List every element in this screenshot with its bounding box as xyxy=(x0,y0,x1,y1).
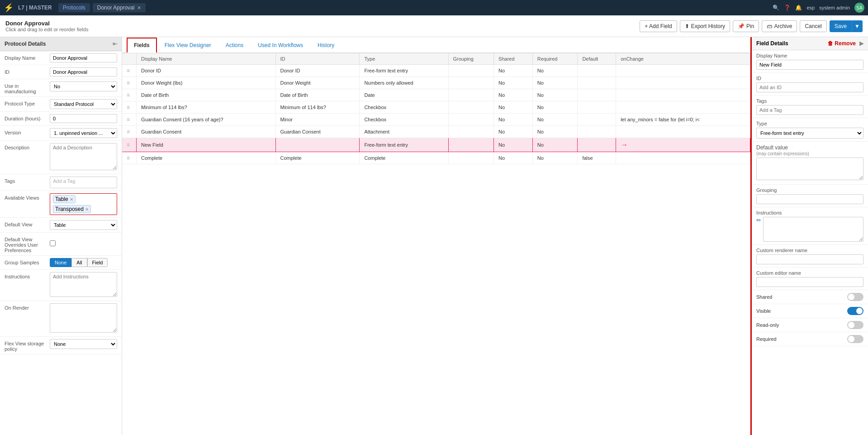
instructions-textarea[interactable] xyxy=(50,272,117,297)
flex-view-storage-select[interactable]: None xyxy=(50,339,117,349)
table-row[interactable]: ≡ Complete Complete Complete No No false xyxy=(122,152,750,164)
use-in-mfg-control: No Yes xyxy=(50,81,117,91)
type-cell: Free-form text entry xyxy=(360,138,448,152)
tab-fields[interactable]: Fields xyxy=(127,38,157,53)
right-default-value-textarea[interactable] xyxy=(756,158,863,180)
right-id-label: ID xyxy=(756,76,863,81)
default-view-row: Default View Table Transposed xyxy=(0,218,122,233)
table-row[interactable]: ≡ Donor Weight (lbs) Donor Weight Number… xyxy=(122,77,750,89)
protocol-type-select[interactable]: Standard Protocol xyxy=(50,99,117,109)
grouping-cell xyxy=(448,126,494,138)
visible-toggle[interactable] xyxy=(847,307,863,315)
description-textarea[interactable] xyxy=(50,143,117,170)
instructions-edit-icon[interactable]: ✏ xyxy=(756,217,761,224)
on-render-control xyxy=(50,303,117,334)
save-button[interactable]: Save xyxy=(830,20,852,32)
tab-flex-view-designer[interactable]: Flex View Designer xyxy=(158,38,218,53)
right-tags-input[interactable] xyxy=(756,105,863,115)
available-views-row: Available Views Table ✕ Transposed ✕ xyxy=(0,191,122,218)
drag-cell: ≡ xyxy=(122,152,137,164)
shared-cell: No xyxy=(494,138,533,152)
right-display-name-input[interactable] xyxy=(756,60,863,70)
required-toggle[interactable] xyxy=(847,335,863,343)
export-history-button[interactable]: ⬆ Export History xyxy=(680,20,730,32)
th-onchange[interactable]: onChange xyxy=(616,53,750,65)
th-display-name[interactable]: Display Name xyxy=(137,53,275,65)
user-avatar[interactable]: SA xyxy=(854,3,864,13)
th-grouping[interactable]: Grouping xyxy=(448,53,494,65)
on-render-textarea[interactable] xyxy=(50,303,117,333)
remove-transposed-view-icon[interactable]: ✕ xyxy=(85,207,89,212)
shared-toggle[interactable] xyxy=(847,293,863,301)
required-cell: No xyxy=(532,114,578,126)
close-icon[interactable]: ✕ xyxy=(137,5,141,11)
default-view-override-control xyxy=(50,240,117,248)
drag-cell: ≡ xyxy=(122,138,137,152)
th-type[interactable]: Type xyxy=(360,53,448,65)
id-input[interactable] xyxy=(50,67,117,76)
tab-used-in-workflows[interactable]: Used In Workflows xyxy=(251,38,310,53)
tags-input[interactable]: Add a Tag xyxy=(50,177,117,188)
display-name-input[interactable] xyxy=(50,53,117,62)
right-instructions-textarea[interactable] xyxy=(763,217,863,242)
group-samples-none-button[interactable]: None xyxy=(50,258,71,267)
tab-history[interactable]: History xyxy=(311,38,341,53)
grouping-cell xyxy=(448,77,494,89)
default-view-select[interactable]: Table Transposed xyxy=(50,220,117,230)
required-toggle-row: Required xyxy=(752,332,868,346)
available-views-input[interactable]: Table ✕ Transposed ✕ xyxy=(50,193,117,215)
cancel-button[interactable]: Cancel xyxy=(800,20,826,32)
view-chip-table[interactable]: Table ✕ xyxy=(53,195,76,203)
drag-handle-icon: ≡ xyxy=(127,116,130,123)
right-id-input[interactable] xyxy=(756,82,863,92)
th-shared[interactable]: Shared xyxy=(494,53,533,65)
nav-tab-donor-approval[interactable]: Donor Approval ✕ xyxy=(93,3,146,12)
expand-icon[interactable]: ▶ xyxy=(859,40,863,47)
notifications-icon[interactable]: 🔔 xyxy=(795,5,802,11)
app-logo: ⚡ xyxy=(4,3,14,13)
right-tags-row: Tags xyxy=(752,96,868,118)
group-samples-field-button[interactable]: Field xyxy=(87,258,108,267)
table-row[interactable]: ≡ Date of Birth Date of Birth Date No No xyxy=(122,89,750,101)
th-required[interactable]: Required xyxy=(532,53,578,65)
default-cell xyxy=(578,138,616,152)
right-type-select[interactable]: Free-form text entry Numbers only allowe… xyxy=(756,128,863,139)
remove-table-view-icon[interactable]: ✕ xyxy=(70,197,73,202)
table-row[interactable]: ≡ Donor ID Donor ID Free-form text entry… xyxy=(122,65,750,77)
right-grouping-input[interactable] xyxy=(756,194,863,204)
default-view-override-checkbox[interactable] xyxy=(50,240,56,246)
help-icon[interactable]: ❓ xyxy=(784,5,791,11)
right-custom-editor-input[interactable] xyxy=(756,277,863,287)
group-samples-all-button[interactable]: All xyxy=(71,258,87,267)
right-custom-renderer-input[interactable] xyxy=(756,254,863,264)
table-row[interactable]: ≡ Guardian Consent (16 years of age)? Mi… xyxy=(122,114,750,126)
th-id[interactable]: ID xyxy=(275,53,360,65)
save-dropdown-button[interactable]: ▼ xyxy=(852,20,863,32)
right-default-value-label: Default value (may contain expressions) xyxy=(756,144,863,156)
user-region: esp xyxy=(806,5,815,10)
version-label: Version xyxy=(5,128,50,135)
version-select[interactable]: 1. unpinned version ... xyxy=(50,128,117,138)
collapse-icon[interactable]: ⇤ xyxy=(113,41,117,47)
instructions-label: Instructions xyxy=(5,272,50,279)
type-cell: Date xyxy=(360,89,448,101)
new-field-row[interactable]: ≡ New Field Free-form text entry No No → xyxy=(122,138,750,152)
nav-tab-protocols[interactable]: Protocols xyxy=(58,3,90,12)
table-row[interactable]: ≡ Guardian Consent Guardian Consent Atta… xyxy=(122,126,750,138)
table-row[interactable]: ≡ Minimum of 114 lbs? Minimum of 114 lbs… xyxy=(122,101,750,114)
duration-input[interactable] xyxy=(50,114,117,123)
read-only-toggle[interactable] xyxy=(847,321,863,329)
fields-table: Display Name ID Type Grouping Shared Req… xyxy=(122,53,750,164)
archive-button[interactable]: 🗃 Archive xyxy=(762,20,797,32)
add-field-button[interactable]: + Add Field xyxy=(640,20,677,32)
tab-actions[interactable]: Actions xyxy=(219,38,250,53)
onchange-cell xyxy=(616,65,750,77)
th-default[interactable]: Default xyxy=(578,53,616,65)
use-in-mfg-select[interactable]: No Yes xyxy=(50,81,117,91)
view-chip-transposed[interactable]: Transposed ✕ xyxy=(53,205,91,213)
search-icon[interactable]: 🔍 xyxy=(773,5,779,11)
remove-button[interactable]: 🗑 Remove xyxy=(828,40,856,47)
default-view-control: Table Transposed xyxy=(50,220,117,230)
pin-button[interactable]: 📌 Pin xyxy=(733,20,759,32)
page-title: Donor Approval xyxy=(5,20,88,27)
